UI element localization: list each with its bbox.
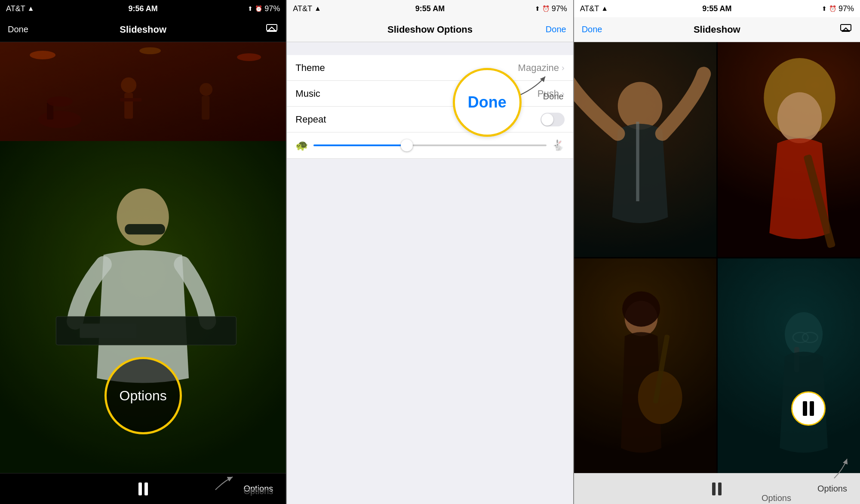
arrow-options-3	[800, 452, 851, 482]
repeat-toggle[interactable]	[541, 113, 565, 126]
alarm-icon-3: ⏰	[829, 5, 836, 12]
airplay-icon-3	[839, 24, 852, 33]
top-photo-1	[0, 42, 286, 141]
carrier-2: AT&T	[293, 4, 312, 13]
options-title-2: Slideshow Options	[387, 24, 473, 35]
status-right-3: ⬆ ⏰ 97%	[822, 4, 854, 13]
grid-photo-3	[574, 258, 716, 473]
photo-grid-3	[574, 42, 860, 473]
done-button-3[interactable]: Done	[582, 25, 602, 34]
annotation-label-1: Options	[243, 486, 273, 496]
bottom-photo-1: Options	[0, 141, 286, 473]
location-icon-2: ⬆	[535, 5, 540, 12]
speed-thumb[interactable]	[401, 139, 413, 151]
svg-rect-50	[718, 258, 860, 473]
bottom-bar-3: Options Options	[574, 473, 860, 504]
phone-panel-2: AT&T ▲ 9:55 AM ⬆ ⏰ 97% Slideshow Options…	[287, 0, 573, 504]
status-bar-3: AT&T ▲ 9:55 AM ⬆ ⏰ 97%	[574, 0, 860, 17]
theme-chevron-icon: ›	[562, 63, 565, 73]
done-button-2[interactable]: Done	[546, 25, 566, 34]
status-bar-2: AT&T ▲ 9:55 AM ⬆ ⏰ 97%	[287, 0, 573, 17]
carrier-3: AT&T	[580, 4, 599, 13]
toggle-knob	[541, 114, 553, 126]
nav-bar-2: Slideshow Options Done	[287, 17, 573, 42]
done-circle-2: Done	[453, 68, 522, 137]
photo-stack-1: Options	[0, 42, 286, 473]
carrier-1: AT&T	[6, 4, 25, 13]
slideshow-content-1: Options	[0, 42, 286, 473]
pause-button-3[interactable]	[708, 480, 726, 498]
battery-3: 97%	[838, 4, 854, 13]
svg-rect-15	[0, 42, 286, 141]
repeat-row[interactable]: Repeat	[287, 107, 573, 132]
grid-photo-1	[574, 42, 716, 257]
status-bar-1: AT&T ▲ 9:56 AM ⬆ ⏰ 97%	[0, 0, 286, 17]
repeat-label: Repeat	[295, 114, 326, 125]
alarm-icon-2: ⏰	[542, 5, 550, 12]
phone-panel-1: AT&T ▲ 9:56 AM ⬆ ⏰ 97% Done Slideshow	[0, 0, 286, 504]
status-left-1: AT&T ▲	[6, 4, 34, 13]
status-left-3: AT&T ▲	[580, 4, 608, 13]
theme-label: Theme	[295, 62, 325, 74]
music-label: Music	[295, 88, 320, 99]
nav-bar-1: Done Slideshow	[0, 17, 286, 42]
svg-rect-36	[718, 42, 860, 257]
time-1: 9:56 AM	[128, 4, 157, 13]
status-right-1: ⬆ ⏰ 97%	[248, 4, 280, 13]
airplay-button-1[interactable]	[265, 24, 278, 35]
phone-panel-3: AT&T ▲ 9:55 AM ⬆ ⏰ 97% Done Slideshow	[574, 0, 860, 504]
nav-bar-3: Done Slideshow	[574, 17, 860, 42]
airplay-icon-1	[265, 24, 278, 33]
svg-rect-30	[574, 42, 716, 257]
options-circle-1: Options	[104, 357, 182, 434]
done-circle-label-2: Done	[468, 93, 507, 111]
photo-grid-content-3	[574, 42, 860, 473]
arrow-options-1	[190, 468, 241, 494]
annotation-label-3: Options	[762, 493, 791, 503]
alarm-icon-1: ⏰	[255, 5, 262, 12]
svg-rect-43	[574, 258, 716, 473]
done-button-1[interactable]: Done	[8, 25, 28, 34]
annotation-options-1: Options	[190, 468, 273, 496]
options-button-3[interactable]: Options	[817, 484, 847, 494]
speed-fast-icon: 🐇	[552, 139, 565, 151]
speed-slider-track[interactable]	[313, 144, 546, 146]
speed-slow-icon: 🐢	[295, 139, 308, 151]
options-circle-label-1: Options	[120, 388, 167, 404]
pause-icon-3b	[712, 482, 722, 495]
options-content-2: Theme Magazine › Music Push › Repeat	[287, 42, 573, 504]
speed-fill	[313, 144, 407, 146]
pause-circle-3	[791, 391, 826, 426]
status-right-2: ⬆ ⏰ 97%	[535, 4, 567, 13]
time-2: 9:55 AM	[415, 4, 445, 13]
wifi-icon-1: ▲	[28, 5, 34, 12]
location-icon-3: ⬆	[822, 5, 827, 12]
battery-1: 97%	[264, 4, 280, 13]
pause-button-1[interactable]	[134, 480, 152, 498]
wifi-icon-2: ▲	[314, 5, 321, 12]
grid-photo-4	[718, 258, 860, 473]
pause-icon-3	[803, 401, 814, 416]
slideshow-title-3: Slideshow	[694, 24, 740, 35]
time-3: 9:55 AM	[702, 4, 731, 13]
status-left-2: AT&T ▲	[293, 4, 321, 13]
pause-icon-1	[138, 482, 148, 495]
airplay-button-3[interactable]	[839, 24, 852, 35]
slideshow-title-1: Slideshow	[120, 24, 166, 35]
grid-photo-2	[718, 42, 860, 257]
battery-2: 97%	[552, 4, 567, 13]
speed-row: 🐢 🐇	[287, 132, 573, 159]
wifi-icon-3: ▲	[601, 5, 608, 12]
location-icon-1: ⬆	[248, 5, 253, 12]
